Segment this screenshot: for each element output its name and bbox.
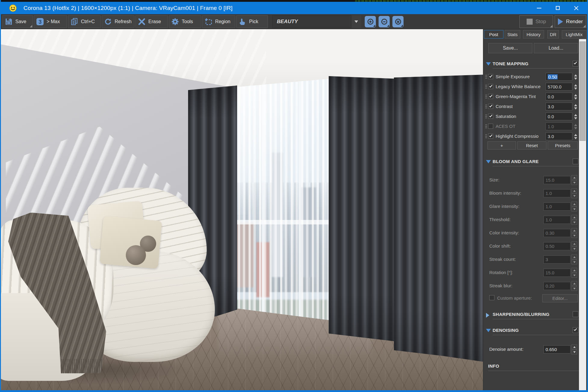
collapse-triangle-icon[interactable]: [486, 62, 491, 66]
scrollbar-thumb[interactable]: [580, 42, 586, 141]
sharpening-header: SHARPENING/BLURRING: [483, 312, 587, 318]
tone-row-aces-ot: ACES OT 1.0: [483, 122, 587, 131]
copy-clipboard-button[interactable]: Ctrl+C: [68, 15, 101, 28]
render-button[interactable]: Render: [555, 15, 586, 28]
spinner[interactable]: [571, 344, 577, 354]
save-settings-button[interactable]: Save...: [488, 43, 532, 53]
tab-stats[interactable]: Stats: [505, 30, 520, 39]
play-icon: [558, 18, 563, 25]
tone-mapping-checkbox[interactable]: [573, 61, 578, 66]
add-operator-button[interactable]: +: [487, 141, 516, 150]
erase-x-icon: [138, 18, 146, 26]
value-input[interactable]: 3.0: [546, 132, 572, 140]
drag-handle[interactable]: [485, 115, 486, 115]
value-input[interactable]: 0.650: [543, 345, 571, 353]
spinner[interactable]: [573, 113, 578, 120]
erase-button[interactable]: Erase: [135, 15, 168, 28]
checkbox[interactable]: [488, 74, 493, 79]
tab-lightmix[interactable]: LightMix: [562, 30, 586, 39]
value-input: 1.0: [543, 189, 571, 197]
zoom-reset-button[interactable]: [392, 16, 404, 27]
tab-history[interactable]: History: [523, 30, 544, 39]
tab-post[interactable]: Post: [484, 30, 503, 39]
checkbox[interactable]: [488, 94, 493, 99]
title-bar[interactable]: Corona 13 (Hotfix 2) | 1600×1200px (1:1)…: [0, 2, 588, 14]
tone-row-contrast: Contrast 3.0: [483, 103, 587, 111]
load-settings-button[interactable]: Load...: [534, 43, 578, 53]
expand-triangle-icon[interactable]: [486, 313, 489, 318]
checkbox[interactable]: [488, 114, 493, 119]
value-input[interactable]: 5700.0: [546, 83, 572, 91]
tone-mapping-header: TONE MAPPING: [483, 61, 587, 68]
zoom-reset-icon: [395, 19, 401, 25]
value-input[interactable]: 0.0: [546, 113, 572, 120]
spinner: [571, 188, 577, 198]
aperture-editor-button: Editor...: [542, 294, 578, 302]
chevron-down-icon[interactable]: [351, 15, 361, 28]
bloom-glare-checkbox[interactable]: [573, 159, 578, 164]
bloom-row-streak-count: Streak count: 3: [483, 255, 587, 264]
render-viewport[interactable]: [1, 29, 483, 390]
drag-handle[interactable]: [485, 125, 486, 125]
drag-handle[interactable]: [485, 134, 486, 135]
denoising-checkbox[interactable]: [573, 327, 578, 333]
spinner[interactable]: [573, 133, 578, 140]
checkbox[interactable]: [488, 134, 493, 139]
close-icon: [574, 6, 578, 10]
collapse-triangle-icon[interactable]: [486, 329, 491, 332]
spinner[interactable]: [573, 93, 578, 100]
checkbox[interactable]: [488, 84, 493, 89]
stop-icon: [527, 19, 533, 25]
corona-smiley-icon: [9, 4, 17, 12]
spinner[interactable]: [573, 103, 578, 110]
pick-button[interactable]: Pick: [236, 15, 268, 28]
drag-handle[interactable]: [485, 75, 486, 76]
minimize-button[interactable]: [530, 2, 548, 14]
bloom-row-streak-blur: Streak blur: 0.20: [483, 282, 587, 291]
spinner: [571, 175, 577, 185]
tone-row-simple-exposure: Simple Exposure 0.50: [483, 73, 587, 81]
checkbox[interactable]: [488, 104, 493, 109]
value-input[interactable]: 0.50: [546, 73, 572, 81]
tools-button[interactable]: Tools: [169, 15, 201, 28]
bloom-row-threshold: Threshold: 1.0: [483, 216, 587, 225]
close-button[interactable]: [567, 2, 586, 14]
value-input: 1.0: [543, 216, 571, 224]
drag-handle[interactable]: [485, 95, 486, 95]
spinner[interactable]: [573, 73, 578, 81]
bloom-row-color-intensity: Color intensity: 0.30: [483, 229, 587, 238]
save-button[interactable]: Save: [2, 15, 33, 28]
panel-scrollbar[interactable]: [579, 39, 586, 390]
minimize-icon: [537, 8, 541, 8]
custom-aperture-checkbox[interactable]: [489, 295, 494, 300]
post-processing-panel: Post Stats History DR LightMix Save... L…: [483, 29, 587, 390]
refresh-button[interactable]: Refresh: [102, 15, 135, 28]
bloom-row-rotation: Rotation [°]: 15.0: [483, 269, 587, 278]
drag-handle[interactable]: [485, 85, 486, 85]
zoom-out-button[interactable]: [379, 16, 390, 27]
region-button[interactable]: Region: [202, 15, 235, 28]
reset-button[interactable]: Reset: [517, 141, 546, 150]
checkbox[interactable]: [488, 124, 493, 129]
collapse-triangle-icon[interactable]: [486, 160, 491, 163]
presets-button[interactable]: Presets: [548, 141, 578, 150]
spinner: [573, 123, 578, 130]
dark-curtain-right: [329, 76, 396, 341]
zoom-in-button[interactable]: [365, 16, 376, 27]
stop-button[interactable]: Stop: [519, 15, 553, 28]
sharpening-checkbox[interactable]: [573, 311, 578, 317]
render-element-select[interactable]: BEAUTY: [272, 15, 351, 28]
tone-row-highlight-compression: Highlight Compressio 3.0: [483, 132, 587, 141]
maximize-button[interactable]: [548, 2, 567, 14]
drag-handle[interactable]: [485, 105, 486, 105]
value-input[interactable]: 0.0: [546, 93, 572, 100]
tab-dr[interactable]: DR: [547, 30, 559, 39]
divider: [493, 319, 579, 319]
divider: [493, 335, 579, 335]
spinner[interactable]: [573, 83, 578, 91]
value-input[interactable]: 3.0: [546, 103, 572, 110]
denoising-header: DENOISING: [483, 328, 587, 334]
refresh-icon: [104, 18, 112, 26]
copy-to-max-button[interactable]: 3 > Max: [34, 15, 67, 28]
value-input: 3: [543, 255, 571, 264]
